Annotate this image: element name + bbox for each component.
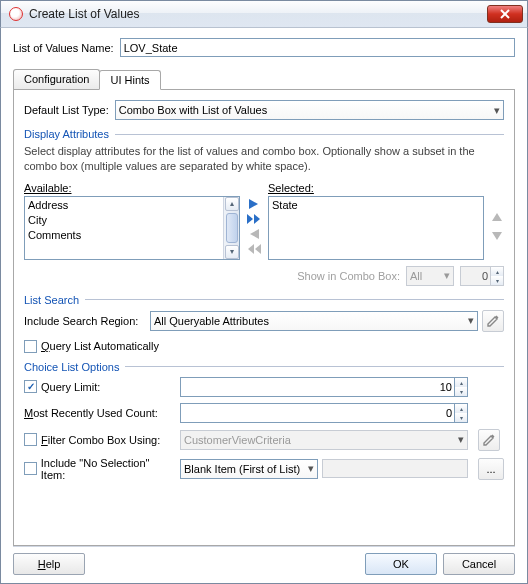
chevron-down-icon: ▾: [468, 314, 474, 327]
dialog-body: List of Values Name: Configuration UI Hi…: [0, 28, 528, 584]
selected-list-items: State: [269, 197, 483, 259]
lov-name-row: List of Values Name:: [13, 38, 515, 57]
chevron-down-icon: ▾: [308, 462, 314, 475]
no-select-label: Include "No Selection" Item:: [41, 457, 174, 481]
default-list-type-row: Default List Type: Combo Box with List o…: [24, 100, 504, 120]
svg-marker-3: [247, 214, 253, 224]
scroll-down-icon[interactable]: ▾: [225, 245, 239, 259]
show-in-combo-row: Show in Combo Box: All ▾ ▴▾: [24, 266, 504, 286]
help-button[interactable]: Help: [13, 553, 85, 575]
query-auto-row: Query List Automatically: [24, 340, 504, 353]
show-in-combo-count: [461, 267, 490, 285]
move-up-button[interactable]: [490, 211, 504, 225]
available-list-items: Address City Comments: [25, 197, 223, 259]
filter-row: Filter Combo Box Using:: [24, 433, 174, 446]
order-buttons: [490, 182, 504, 260]
no-select-more-button[interactable]: ...: [478, 458, 504, 480]
choice-list-grid: ✓ Query Limit: ▴▾ Most Recently Used Cou…: [24, 377, 504, 481]
move-down-button[interactable]: [490, 228, 504, 242]
move-right-button[interactable]: [246, 198, 262, 210]
spin-up-icon: ▴: [491, 267, 503, 276]
shuttle: Available: Address City Comments ▴ ▾: [24, 182, 504, 260]
selected-list[interactable]: State: [268, 196, 484, 260]
query-limit-checkbox[interactable]: ✓: [24, 380, 37, 393]
edit-search-region-button[interactable]: [482, 310, 504, 332]
move-left-button[interactable]: [246, 228, 262, 240]
mru-input[interactable]: [181, 404, 454, 422]
available-list[interactable]: Address City Comments ▴ ▾: [24, 196, 240, 260]
no-select-value: Blank Item (First of List): [184, 463, 300, 475]
section-display-attributes: Display Attributes: [24, 128, 504, 140]
chevron-down-icon: ▾: [444, 269, 450, 282]
available-area: Available: Address City Comments ▴ ▾: [24, 182, 240, 260]
include-search-region-row: Include Search Region: All Queryable Att…: [24, 310, 504, 332]
move-all-left-button[interactable]: [246, 243, 262, 255]
list-item[interactable]: City: [28, 213, 220, 228]
title-bar: Create List of Values: [0, 0, 528, 28]
show-in-combo-select: All ▾: [406, 266, 454, 286]
window-title: Create List of Values: [29, 7, 487, 21]
tab-bar: Configuration UI Hints: [13, 69, 515, 90]
lov-name-input[interactable]: [120, 38, 515, 57]
shuttle-buttons: [246, 182, 262, 260]
available-scrollbar[interactable]: ▴ ▾: [223, 197, 239, 259]
section-display-attributes-label: Display Attributes: [24, 128, 109, 140]
query-limit-input[interactable]: [181, 378, 454, 396]
selected-area: Selected: State: [268, 182, 484, 260]
list-item[interactable]: Address: [28, 198, 220, 213]
svg-marker-6: [255, 244, 261, 254]
default-list-type-value: Combo Box with List of Values: [119, 104, 267, 116]
query-limit-row: ✓ Query Limit:: [24, 380, 174, 393]
no-select-checkbox[interactable]: [24, 462, 37, 475]
default-list-type-select[interactable]: Combo Box with List of Values ▾: [115, 100, 504, 120]
spin-up-icon[interactable]: ▴: [455, 404, 467, 413]
filter-checkbox[interactable]: [24, 433, 37, 446]
section-list-search: List Search: [24, 294, 504, 306]
uihints-content: Default List Type: Combo Box with List o…: [13, 90, 515, 546]
ok-button[interactable]: OK: [365, 553, 437, 575]
dialog-footer: Help OK Cancel: [13, 546, 515, 575]
query-auto-label: Query List Automatically: [41, 340, 159, 352]
move-all-right-button[interactable]: [246, 213, 262, 225]
list-item[interactable]: Comments: [28, 228, 220, 243]
query-limit-spinner[interactable]: ▴▾: [180, 377, 468, 397]
spin-down-icon[interactable]: ▾: [455, 387, 467, 396]
svg-marker-4: [254, 214, 260, 224]
lov-name-label: List of Values Name:: [13, 42, 114, 54]
show-in-combo-label: Show in Combo Box:: [297, 270, 400, 282]
no-select-row: Include "No Selection" Item:: [24, 457, 174, 481]
no-select-select[interactable]: Blank Item (First of List) ▾: [180, 459, 318, 479]
scroll-thumb[interactable]: [226, 213, 238, 243]
query-limit-label: Query Limit:: [41, 381, 100, 393]
scroll-up-icon[interactable]: ▴: [225, 197, 239, 211]
edit-filter-button[interactable]: [478, 429, 500, 451]
spin-down-icon: ▾: [491, 276, 503, 285]
section-choice-list: Choice List Options: [24, 361, 504, 373]
selected-label: Selected:: [268, 182, 484, 194]
include-search-region-select[interactable]: All Queryable Attributes ▾: [150, 311, 478, 331]
svg-marker-9: [492, 232, 502, 240]
mru-spinner[interactable]: ▴▾: [180, 403, 468, 423]
section-choice-list-label: Choice List Options: [24, 361, 119, 373]
available-label: Available:: [24, 182, 240, 194]
svg-marker-8: [492, 213, 502, 221]
tab-uihints[interactable]: UI Hints: [99, 70, 160, 90]
show-in-combo-value: All: [410, 270, 422, 282]
app-icon: [9, 7, 23, 21]
chevron-down-icon: ▾: [458, 433, 464, 446]
cancel-button[interactable]: Cancel: [443, 553, 515, 575]
show-in-combo-spinner: ▴▾: [460, 266, 504, 286]
query-auto-checkbox[interactable]: [24, 340, 37, 353]
close-button[interactable]: [487, 5, 523, 23]
svg-marker-2: [249, 199, 258, 209]
display-attributes-hint: Select display attributes for the list o…: [24, 144, 504, 174]
mru-label: Most Recently Used Count:: [24, 407, 174, 419]
list-item[interactable]: State: [272, 198, 480, 213]
svg-marker-5: [250, 229, 259, 239]
tab-configuration[interactable]: Configuration: [13, 69, 100, 89]
default-list-type-label: Default List Type:: [24, 104, 109, 116]
spin-down-icon[interactable]: ▾: [455, 413, 467, 422]
spin-up-icon[interactable]: ▴: [455, 378, 467, 387]
include-search-region-label: Include Search Region:: [24, 315, 144, 327]
chevron-down-icon: ▾: [494, 104, 500, 117]
